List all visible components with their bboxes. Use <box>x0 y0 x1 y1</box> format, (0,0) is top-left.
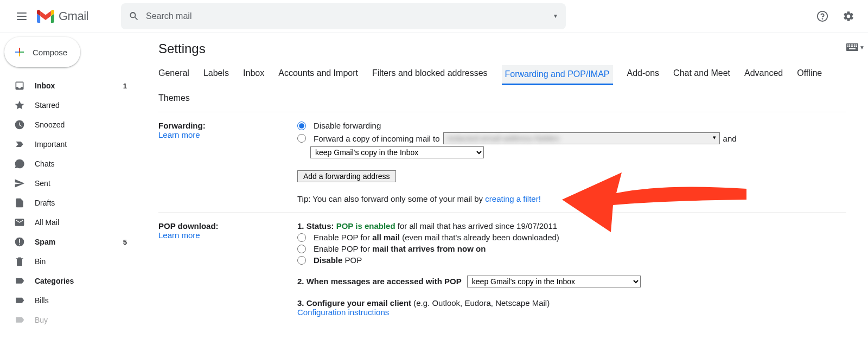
clock-icon <box>14 119 25 130</box>
page-title: Settings <box>158 41 846 56</box>
mail-icon <box>14 217 25 228</box>
tab-accounts[interactable]: Accounts and Import <box>278 68 358 80</box>
settings-content: ▼ Settings General Labels Inbox Accounts… <box>139 33 868 339</box>
compose-button[interactable]: Compose <box>4 37 80 67</box>
nav-label: Bin <box>35 257 132 266</box>
tab-forwarding[interactable]: Forwarding and POP/IMAP <box>502 65 613 85</box>
creating-filter-link[interactable]: creating a filter! <box>485 194 541 203</box>
gmail-logo-text: Gmail <box>59 9 88 23</box>
pop-when-label: 2. When messages are accessed with POP <box>297 277 462 286</box>
svg-rect-10 <box>854 44 855 46</box>
plus-icon <box>13 46 26 59</box>
main: Compose Inbox1 Starred Snoozed Important… <box>0 33 868 339</box>
pop-configure-suffix: (e.g. Outlook, Eudora, Netscape Mail) <box>411 298 550 308</box>
pop-when-select[interactable]: keep Gmail's copy in the Inbox <box>467 276 641 287</box>
nav-label: All Mail <box>35 218 132 227</box>
sidebar-item-chats[interactable]: Chats <box>0 154 139 174</box>
svg-rect-9 <box>852 44 853 46</box>
nav-label: Chats <box>35 159 132 168</box>
nav-count: 1 <box>123 82 132 90</box>
sidebar-item-important[interactable]: Important <box>0 135 139 154</box>
gmail-logo[interactable]: Gmail <box>37 9 88 23</box>
sidebar-item-allmail[interactable]: All Mail <box>0 213 139 232</box>
forwarding-label: Forwarding: <box>158 121 206 130</box>
forwarding-section: Forwarding: Learn more Disable forwardin… <box>158 112 846 213</box>
nav-label: Spam <box>35 238 123 246</box>
add-forwarding-address-button[interactable]: Add a forwarding address <box>297 170 396 182</box>
pop-learn-more-link[interactable]: Learn more <box>158 231 200 240</box>
nav-label: Drafts <box>35 199 132 207</box>
nav-label: Buy <box>35 316 132 324</box>
nav-list: Inbox1 Starred Snoozed Important Chats S… <box>0 76 139 330</box>
star-icon <box>14 100 25 111</box>
svg-rect-3 <box>19 239 20 243</box>
forward-copy-prefix: Forward a copy of incoming mail to <box>314 134 440 143</box>
tab-offline[interactable]: Offline <box>797 68 822 80</box>
search-input[interactable] <box>146 11 553 21</box>
pop-body: 1. Status: POP is enabled for all mail t… <box>297 221 846 317</box>
spam-icon <box>14 236 25 247</box>
configuration-instructions-link[interactable]: Configuration instructions <box>297 308 389 317</box>
inbox-icon <box>14 80 25 91</box>
sidebar-item-categories[interactable]: Categories <box>0 271 139 291</box>
search-bar[interactable]: ▼ <box>121 3 566 29</box>
sidebar-item-sent[interactable]: Sent <box>0 174 139 193</box>
sidebar-item-inbox[interactable]: Inbox1 <box>0 76 139 95</box>
important-icon <box>14 139 25 150</box>
nav-label: Snoozed <box>35 120 132 129</box>
nav-count: 5 <box>123 238 132 246</box>
forward-address-select[interactable]: redacted-email-address-hidden <box>443 132 720 144</box>
input-tools-toggle[interactable]: ▼ <box>846 43 865 51</box>
svg-rect-11 <box>856 44 857 46</box>
pop-label: POP download: <box>158 221 219 231</box>
draft-icon <box>14 197 25 208</box>
label-icon <box>14 276 25 286</box>
sidebar-item-buy[interactable]: Buy <box>0 310 139 330</box>
gmail-m-icon <box>37 10 54 23</box>
tab-filters[interactable]: Filters and blocked addresses <box>372 68 488 80</box>
sidebar-item-starred[interactable]: Starred <box>0 95 139 115</box>
sidebar-item-drafts[interactable]: Drafts <box>0 193 139 213</box>
tab-general[interactable]: General <box>158 68 189 80</box>
pop-now-radio[interactable] <box>297 245 306 253</box>
hamburger-icon <box>17 12 27 20</box>
settings-button[interactable] <box>838 5 859 27</box>
forwarding-learn-more-link[interactable]: Learn more <box>158 130 200 139</box>
svg-rect-17 <box>856 46 857 47</box>
pop-label-col: POP download: Learn more <box>158 221 297 317</box>
sidebar-item-snoozed[interactable]: Snoozed <box>0 115 139 135</box>
tab-advanced[interactable]: Advanced <box>744 68 783 80</box>
pop-all-radio[interactable] <box>297 233 306 242</box>
label-icon <box>14 295 25 306</box>
tab-chat[interactable]: Chat and Meet <box>673 68 730 80</box>
sidebar-item-bin[interactable]: Bin <box>0 252 139 271</box>
keyboard-icon <box>846 43 858 51</box>
forward-keep-select[interactable]: keep Gmail's copy in the Inbox <box>310 146 484 158</box>
support-button[interactable] <box>812 5 833 27</box>
nav-label: Bills <box>35 296 132 305</box>
pop-status-prefix: 1. Status: <box>297 221 336 231</box>
search-options-icon[interactable]: ▼ <box>553 13 558 19</box>
forwarding-label-col: Forwarding: Learn more <box>158 121 297 203</box>
svg-rect-12 <box>847 46 848 47</box>
pop-disable-radio[interactable] <box>297 256 306 265</box>
svg-rect-18 <box>849 48 856 49</box>
nav-label: Starred <box>35 101 132 110</box>
tab-themes[interactable]: Themes <box>158 93 190 105</box>
sidebar-item-spam[interactable]: Spam5 <box>0 232 139 252</box>
sidebar-item-bills[interactable]: Bills <box>0 291 139 310</box>
forward-copy-suffix: and <box>723 134 737 143</box>
tab-addons[interactable]: Add-ons <box>627 68 660 80</box>
chat-icon <box>14 158 25 169</box>
main-menu-button[interactable] <box>9 3 35 29</box>
tab-labels[interactable]: Labels <box>203 68 229 80</box>
nav-label: Inbox <box>35 81 123 90</box>
compose-label: Compose <box>33 48 67 57</box>
svg-rect-8 <box>851 44 852 46</box>
disable-forwarding-radio[interactable] <box>297 121 306 130</box>
svg-rect-14 <box>851 46 852 47</box>
sidebar: Compose Inbox1 Starred Snoozed Important… <box>0 33 139 339</box>
gear-icon <box>843 10 854 22</box>
tab-inbox[interactable]: Inbox <box>243 68 264 80</box>
forward-copy-radio[interactable] <box>297 134 306 143</box>
